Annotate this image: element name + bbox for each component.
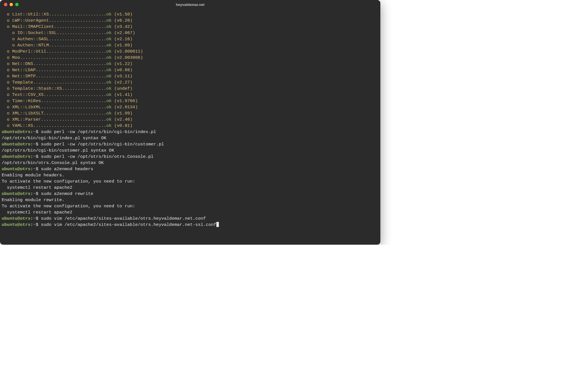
output-line: To activate the new configuration, you n… — [2, 178, 379, 184]
module-line: o Moo.................................ok… — [2, 55, 379, 61]
maximize-icon[interactable] — [15, 3, 19, 6]
output-line: Enabling module headers. — [2, 172, 379, 178]
prompt-line: ubuntu@otrs:~$ sudo perl -cw /opt/otrs/b… — [2, 129, 379, 135]
prompt-line: ubuntu@otrs:~$ sudo perl -cw /opt/otrs/b… — [2, 154, 379, 160]
module-line: o Authen::NTLM......................ok (… — [2, 42, 379, 48]
prompt-line: ubuntu@otrs:~$ sudo perl -cw /opt/otrs/b… — [2, 141, 379, 147]
module-line: o Template............................ok… — [2, 79, 379, 86]
terminal-window: heyvaldemar.net o List::Util::XS........… — [0, 0, 380, 245]
module-line: o XML::LibXSLT........................ok… — [2, 110, 379, 116]
minimize-icon[interactable] — [10, 3, 13, 6]
module-line: o Net::DNS............................ok… — [2, 61, 379, 67]
module-line: o Template::Stash::XS.................ok… — [2, 86, 379, 92]
module-line: o Time::HiRes.........................ok… — [2, 98, 379, 104]
module-line: o XML::LibXML.........................ok… — [2, 104, 379, 110]
window-title: heyvaldemar.net — [0, 3, 380, 7]
module-line: o Text::CSV_XS........................ok… — [2, 92, 379, 98]
module-line: o ModPerl::Util.......................ok… — [2, 48, 379, 55]
prompt-line: ubuntu@otrs:~$ sudo a2enmod rewrite — [2, 191, 379, 197]
prompt-line: ubuntu@otrs:~$ sudo a2enmod headers — [2, 166, 379, 172]
module-line: o LWP::UserAgent......................ok… — [2, 17, 379, 24]
output-line: /opt/otrs/bin/cgi-bin/customer.pl syntax… — [2, 147, 379, 154]
module-line: o XML::Parser.........................ok… — [2, 116, 379, 123]
module-line: o Mail::IMAPClient....................ok… — [2, 24, 379, 30]
output-line: /opt/otrs/bin/cgi-bin/index.pl syntax OK — [2, 135, 379, 141]
module-line: o List::Util::XS......................ok… — [2, 11, 379, 17]
prompt-line: ubuntu@otrs:~$ sudo vim /etc/apache2/sit… — [2, 222, 379, 228]
module-line: o Net::SMTP...........................ok… — [2, 73, 379, 79]
output-line: systemctl restart apache2 — [2, 209, 379, 215]
module-line: o IO::Socket::SSL...................ok (… — [2, 30, 379, 36]
titlebar: heyvaldemar.net — [0, 0, 380, 9]
output-line: /opt/otrs/bin/otrs.Console.pl syntax OK — [2, 160, 379, 166]
module-line: o YAML::XS............................ok… — [2, 123, 379, 129]
output-line: Enabling module rewrite. — [2, 197, 379, 203]
terminal-content[interactable]: o List::Util::XS......................ok… — [0, 9, 380, 245]
cursor — [216, 222, 219, 227]
output-line: systemctl restart apache2 — [2, 184, 379, 191]
module-line: o Authen::SASL......................ok (… — [2, 36, 379, 42]
prompt-line: ubuntu@otrs:~$ sudo vim /etc/apache2/sit… — [2, 215, 379, 222]
close-icon[interactable] — [4, 3, 7, 6]
output-line: To activate the new configuration, you n… — [2, 203, 379, 209]
module-line: o Net::LDAP...........................ok… — [2, 67, 379, 73]
window-controls — [0, 3, 19, 6]
